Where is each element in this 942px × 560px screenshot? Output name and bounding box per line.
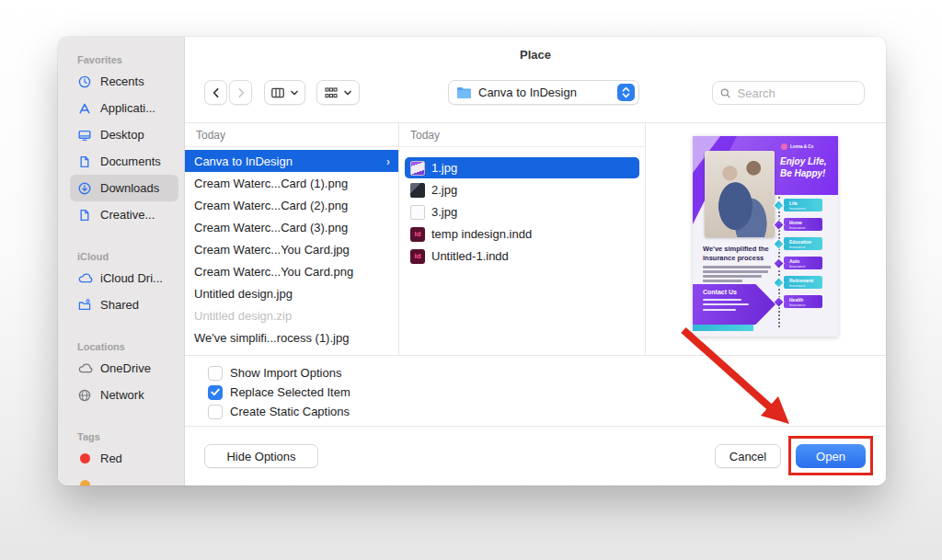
checkbox-label: Show Import Options [230,366,341,380]
document-icon [76,154,93,169]
sidebar-item-documents[interactable]: Documents [70,148,178,175]
checkbox-unchecked[interactable] [208,405,223,419]
forward-button[interactable] [229,80,252,105]
file-name: Cream Waterc...You Card.jpg [194,243,350,257]
preview-pane: Lonna & Co Enjoy Life, Be Happy! LifeIns… [646,123,886,355]
search-icon [720,87,731,99]
search-input[interactable] [736,86,856,101]
sidebar-spacer [70,318,178,338]
checkbox-label: Create Static Captions [230,405,350,418]
sidebar-section-icloud: iCloud [77,248,178,265]
dialog-main: Place Canva to InDesign [185,37,886,486]
sidebar-item-tag-red[interactable]: Red [70,445,178,472]
file-row-2jpg[interactable]: 2.jpg [405,179,639,200]
sidebar-item-shared[interactable]: Shared [70,291,178,318]
desktop-icon [76,128,93,143]
chevron-right-icon: › [386,154,390,168]
file-name: Cream Waterc...Card (3).png [194,221,348,234]
jpg-thumbnail-icon [410,161,425,176]
file-name: Untitled design.zip [194,309,292,323]
sidebar-item-tag-orange[interactable] [70,472,178,486]
sidebar-item-label: Applicati... [100,101,155,115]
checkbox-unchecked[interactable] [208,366,223,381]
sidebar-item-network[interactable]: Network [70,382,178,408]
chevron-down-icon [290,88,299,97]
flyer-family-photo [705,151,775,237]
location-dropdown[interactable]: Canva to InDesign [448,80,639,105]
annotation-highlight-rectangle [788,436,873,475]
file-browser: Today Canva to InDesign › Cream Waterc..… [185,123,886,355]
search-field[interactable] [712,81,865,105]
sidebar-item-label: Documents [100,154,161,168]
file-row[interactable]: Cream Waterc...Card (2).png [185,194,398,216]
file-row[interactable]: Cream Waterc...Card (3).png [185,216,398,238]
sidebar-item-label: OneDrive [100,361,151,375]
sidebar-item-label: Desktop [100,128,144,142]
file-row[interactable]: Cream Waterc...Card (1).png [185,172,398,194]
diamond-bullet-icon [775,200,784,210]
cancel-button[interactable]: Cancel [715,444,781,468]
dialog-title: Place [185,48,886,62]
sidebar-item-label: Shared [100,298,139,312]
file-row-clipped[interactable]: We've simplifi...rocess.jpg [185,349,398,355]
sidebar-item-label: Red [100,451,122,465]
file-row-1jpg[interactable]: 1.jpg [405,157,639,178]
hide-options-button[interactable]: Hide Options [204,444,318,468]
desktop-background: Favorites Recents Applicati... Desktop D… [0,0,942,560]
diamond-bullet-icon [775,220,784,229]
flyer-timeline-item: AutoInsurance [784,257,822,269]
flyer-logo: Lonna & Co [781,143,813,150]
file-list: 1.jpg 2.jpg 3.jpg Id temp indesign.i [399,147,645,267]
view-mode-button[interactable] [264,80,305,105]
file-row-canva-to-indesign[interactable]: Canva to InDesign › [185,150,398,172]
sidebar-spacer [70,228,178,248]
sidebar-item-applications[interactable]: Applicati... [70,95,178,121]
cloud-icon [76,271,93,286]
sidebar-item-downloads[interactable]: Downloads [70,175,178,201]
sidebar-item-icloud-drive[interactable]: iCloud Dri... [70,265,178,291]
flyer-contact-heading: Contact Us [703,289,775,295]
file-name: 3.jpg [431,205,457,219]
file-column-1: Today Canva to InDesign › Cream Waterc..… [185,123,399,355]
file-column-2: Today 1.jpg 2.jpg 3.jpg [399,123,646,355]
file-row-3jpg[interactable]: 3.jpg [405,201,639,223]
group-by-button[interactable] [316,80,360,105]
sidebar-item-label: Network [100,388,144,402]
onedrive-cloud-icon [76,361,93,376]
back-button[interactable] [204,80,227,105]
file-row[interactable]: We've simplifi...rocess (1).jpg [185,326,398,349]
sidebar-item-onedrive[interactable]: OneDrive [70,355,178,382]
sidebar-item-label: Creative... [100,208,155,222]
flyer-timeline: LifeInsurance HomeInsurance EducationIns… [784,199,822,314]
file-row[interactable]: Cream Waterc...You Card.jpg [185,238,398,260]
flyer-teal-strip [693,325,753,331]
sidebar-item-desktop[interactable]: Desktop [70,121,178,148]
grid-groups-icon [324,86,339,100]
file-row-untitled-indd[interactable]: Id Untitled-1.indd [405,246,639,267]
checkbox-checked[interactable] [208,385,223,400]
sidebar-item-creative[interactable]: Creative... [70,201,178,228]
place-dialog: Favorites Recents Applicati... Desktop D… [58,37,886,486]
globe-icon [76,388,93,403]
file-row-disabled: Untitled design.zip [185,304,398,326]
file-name: temp indesign.indd [431,227,532,241]
sidebar-section-locations: Locations [77,338,178,355]
option-create-static-captions: Create Static Captions [208,402,350,421]
file-row-temp-indesign[interactable]: Id temp indesign.indd [405,223,639,245]
flyer-headline: Enjoy Life, Be Happy! [780,156,827,179]
dropdown-stepper-icon [617,84,635,101]
shared-folder-icon [76,298,93,313]
file-name: Untitled-1.indd [431,249,509,263]
flyer-timeline-item: RetirementInsurance [784,276,822,289]
diamond-bullet-icon [775,278,784,287]
import-options: Show Import Options Replace Selected Ite… [208,363,350,421]
file-row[interactable]: Untitled design.jpg [185,282,398,304]
chevron-right-icon [235,86,247,99]
chevron-down-icon [343,88,352,97]
sidebar-item-recents[interactable]: Recents [70,68,178,95]
file-name: Cream Waterc...Card (2).png [194,199,348,212]
file-row[interactable]: Cream Waterc...You Card.png [185,260,398,282]
flyer-body-text [703,266,771,284]
sidebar-item-label: Downloads [100,181,159,195]
folder-icon [456,86,472,99]
